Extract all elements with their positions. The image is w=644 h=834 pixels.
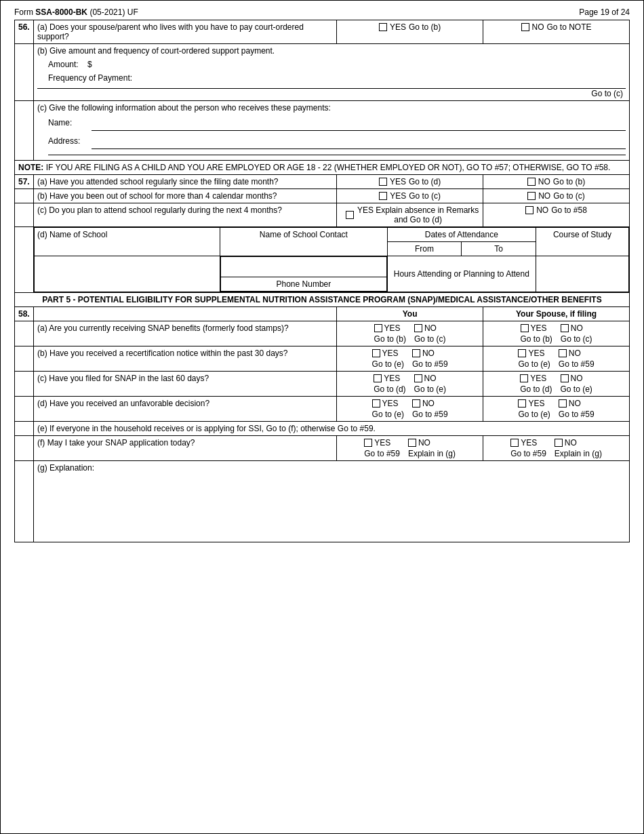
q58f-sp-yes-checkbox[interactable]	[510, 439, 519, 447]
q58c-you-no-checkbox[interactable]	[414, 374, 422, 382]
q57a-text: (a) Have you attended school regularly s…	[37, 177, 279, 186]
q58f-question: (f) May I take your SNAP application tod…	[33, 436, 336, 461]
q57b-no-goto: Go to (c)	[553, 191, 585, 201]
q58d-sp-no-label: NO	[569, 399, 581, 408]
q56a-no-checkbox[interactable]	[521, 23, 529, 31]
q58a-sp-yes-goto: Go to (b)	[521, 334, 552, 344]
q58-header-row: 58. You Your Spouse, if filing	[15, 307, 630, 321]
q58g-text: (g) Explanation:	[37, 463, 626, 473]
q58a-you-no-checkbox[interactable]	[414, 324, 422, 332]
form-id: SSA-8000-BK	[35, 7, 87, 17]
q58g-empty-num	[15, 461, 34, 542]
school-header-row: (d) Name of School Name of School Contac…	[34, 228, 628, 242]
part5-heading: PART 5 - POTENTIAL ELIGIBILITY FOR SUPPL…	[15, 293, 630, 307]
q58a-sp-no-label: NO	[571, 323, 583, 333]
q58a-sp-yes-label: YES	[531, 323, 547, 333]
q58f-you-yes: YES Go to #59	[364, 438, 400, 458]
q57c-yes-checkbox[interactable]	[346, 211, 354, 219]
q58c-sp-no-checkbox[interactable]	[561, 374, 569, 382]
q57b-no-checkbox[interactable]	[527, 192, 536, 200]
q56a-yes-checkbox[interactable]	[379, 23, 387, 31]
q58d-sp-no-checkbox[interactable]	[559, 399, 567, 408]
q58a-you-no-goto: Go to (c)	[414, 334, 446, 344]
q56a-no-label: NO	[532, 22, 544, 32]
q58b-you-no-checkbox[interactable]	[412, 349, 420, 357]
q58d-you-no-checkbox[interactable]	[412, 399, 420, 408]
q56c-row: (c) Give the following information about…	[15, 101, 630, 161]
q58b-sp-no-checkbox[interactable]	[559, 349, 567, 357]
q58f-you-yes-checkbox[interactable]	[364, 439, 372, 447]
q58b-sp-no-goto: Go to #59	[559, 359, 595, 369]
form-suffix: UF	[127, 7, 138, 17]
q56b-goto: Go to (c)	[37, 89, 626, 98]
school-to-header: To	[462, 242, 536, 256]
q57c-empty-num	[15, 203, 34, 227]
q58-question-col-header	[33, 307, 336, 321]
q58c-you-yes-checkbox[interactable]	[374, 374, 382, 382]
page-number: Page 19 of 24	[579, 7, 630, 17]
note-text: IF YOU ARE FILING AS A CHILD AND YOU ARE…	[46, 163, 611, 172]
school-data-row: Phone Number Hours Attending or Planning…	[34, 256, 628, 292]
q58c-sp-yes-goto: Go to (d)	[520, 384, 552, 394]
q57a-yes-option: YES Go to (d)	[337, 175, 483, 189]
school-contact-cell: Phone Number	[220, 256, 388, 292]
q57a-yes-checkbox[interactable]	[379, 178, 387, 186]
q58a-you-yes: YES Go to (b)	[374, 323, 406, 344]
q58d-you-yes-label: YES	[382, 399, 399, 408]
q57c-text: (c) Do you plan to attend school regular…	[37, 205, 282, 215]
q58d-sp-no-goto: Go to #59	[559, 410, 595, 419]
school-contact-header: Name of School Contact	[220, 228, 388, 256]
school-table: (d) Name of School Name of School Contac…	[34, 227, 629, 292]
q58a-sp-no-checkbox[interactable]	[561, 324, 569, 332]
q58b-you-yes-checkbox[interactable]	[372, 349, 380, 357]
q56a-yes-label: YES	[390, 22, 406, 32]
q57a-no-label: NO	[538, 177, 550, 186]
q58a-spouse-options: YES Go to (b) NO Go to (c)	[483, 321, 630, 346]
q58a-sp-yes-checkbox[interactable]	[521, 324, 529, 332]
q58g-row: (g) Explanation:	[15, 461, 630, 542]
q57a-no-goto: Go to (b)	[553, 177, 585, 186]
q58b-you-no: NO Go to #59	[412, 349, 448, 369]
q58b-sp-yes-checkbox[interactable]	[518, 349, 526, 357]
q58a-row: (a) Are you currently receiving SNAP ben…	[15, 321, 630, 346]
school-name-cell[interactable]	[34, 256, 220, 292]
q56c-address-line: Address:	[48, 136, 626, 146]
contact-subtable: Phone Number	[220, 256, 387, 292]
q57a-no-checkbox[interactable]	[527, 178, 536, 186]
q56b-amount-label: Amount:	[48, 60, 79, 69]
q58d-you-yes: YES Go to (e)	[372, 399, 404, 419]
q58c-sp-no-label: NO	[571, 374, 583, 383]
q58f-spouse-options: YES Go to #59 NO Explain in (g)	[483, 436, 630, 461]
q57b-yes-checkbox[interactable]	[379, 192, 387, 200]
q56c-address-label: Address:	[48, 136, 80, 146]
q56-number: 56.	[15, 20, 34, 44]
q58-you-header: You	[337, 307, 483, 321]
q56a-text: (a) Does your spouse/parent who lives wi…	[37, 22, 304, 41]
q58f-sp-no-goto: Explain in (g)	[555, 449, 602, 458]
q58b-you-yes-goto: Go to (e)	[372, 359, 404, 369]
part5-header-row: PART 5 - POTENTIAL ELIGIBILITY FOR SUPPL…	[15, 293, 630, 307]
hours-label: Hours Attending or Planning to Attend	[388, 266, 536, 281]
q58d-you-no-goto: Go to #59	[412, 410, 448, 419]
q57c-yes-option: YES Explain absence in Remarks and Go to…	[337, 203, 483, 227]
q56a-yes-goto: Go to (b)	[409, 22, 441, 32]
q58f-you-yes-label: YES	[374, 438, 390, 448]
q58c-sp-yes-checkbox[interactable]	[520, 374, 528, 382]
q58a-you-no-check: NO	[414, 323, 446, 333]
q58b-sp-yes: YES Go to (e)	[518, 349, 550, 369]
q58a-you-yes-checkbox[interactable]	[374, 324, 382, 332]
q57c-no-checkbox[interactable]	[525, 206, 534, 214]
q58a-sp-no: NO Go to (c)	[561, 323, 592, 344]
q58a-you-yes-check: YES	[374, 323, 406, 333]
q57a-yes-goto: Go to (d)	[409, 177, 441, 186]
q56b-empty-num	[15, 44, 34, 101]
q58f-you-no-checkbox[interactable]	[408, 439, 416, 447]
q58d-you-yes-checkbox[interactable]	[372, 399, 380, 408]
q58d-sp-yes-checkbox[interactable]	[518, 399, 526, 408]
contact-name-cell[interactable]	[221, 257, 387, 277]
course-cell[interactable]	[536, 256, 628, 292]
q58a-sp-no-check: NO	[561, 323, 592, 333]
q57d-content: (d) Name of School Name of School Contac…	[33, 227, 629, 293]
q58c-sp-yes: YES Go to (d)	[520, 374, 552, 394]
q58f-sp-no-checkbox[interactable]	[555, 439, 563, 447]
